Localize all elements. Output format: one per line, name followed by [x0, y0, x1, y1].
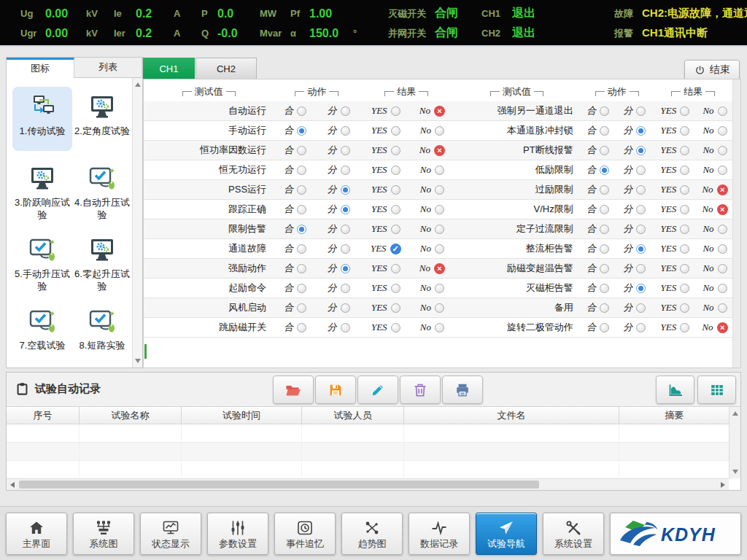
- action-close-option[interactable]: 合: [581, 203, 616, 216]
- action-close-option[interactable]: 合: [274, 144, 317, 157]
- radio-open[interactable]: [636, 264, 646, 273]
- result-no-option[interactable]: No: [697, 262, 733, 274]
- scroll-up-icon[interactable]: [135, 82, 141, 87]
- result-no-option[interactable]: No×: [411, 105, 453, 117]
- scroll-right-icon[interactable]: [721, 482, 725, 488]
- action-open-option[interactable]: 分: [616, 104, 654, 117]
- action-open-option[interactable]: 分: [317, 281, 360, 295]
- sidebar-item[interactable]: 2.定角度试验: [72, 87, 132, 151]
- scroll-down-icon[interactable]: [135, 359, 141, 363]
- radio-yes[interactable]: [680, 205, 689, 214]
- action-close-option[interactable]: 合: [274, 262, 317, 275]
- radio-open[interactable]: [341, 264, 350, 273]
- action-open-option[interactable]: 分: [616, 222, 654, 236]
- radio-no[interactable]: [718, 126, 727, 136]
- result-no-option[interactable]: No: [697, 105, 733, 117]
- result-no-option[interactable]: No: [411, 282, 453, 294]
- record-row[interactable]: [7, 424, 730, 443]
- result-yes-option[interactable]: YES: [360, 322, 411, 333]
- radio-no[interactable]: [718, 166, 727, 175]
- radio-close[interactable]: [600, 244, 609, 254]
- action-open-option[interactable]: 分: [317, 321, 360, 334]
- radio-open[interactable]: [341, 244, 350, 254]
- tab-ch2[interactable]: CH2: [196, 58, 257, 79]
- radio-open[interactable]: [341, 166, 350, 175]
- open-record-button[interactable]: [273, 376, 314, 404]
- result-no-option[interactable]: No: [411, 203, 453, 215]
- chart-view-button[interactable]: [656, 376, 694, 404]
- action-open-option[interactable]: 分: [317, 262, 360, 275]
- radio-close[interactable]: [600, 205, 609, 214]
- action-open-option[interactable]: 分: [317, 242, 360, 255]
- sidebar-item[interactable]: 4.自动升压试验: [72, 158, 132, 222]
- action-open-option[interactable]: 分: [616, 321, 654, 334]
- action-close-option[interactable]: 合: [274, 124, 317, 137]
- action-open-option[interactable]: 分: [616, 124, 654, 137]
- radio-yes[interactable]: [391, 205, 400, 214]
- radio-open[interactable]: [636, 146, 646, 155]
- action-open-option[interactable]: 分: [317, 144, 360, 157]
- action-open-option[interactable]: 分: [317, 203, 360, 216]
- result-yes-option[interactable]: YES: [360, 203, 411, 215]
- result-yes-option[interactable]: YES: [654, 203, 697, 215]
- records-column-header[interactable]: 序号: [7, 407, 80, 424]
- action-close-option[interactable]: 合: [581, 222, 616, 236]
- result-no-option[interactable]: No: [697, 125, 733, 136]
- radio-close[interactable]: [600, 106, 609, 116]
- action-close-option[interactable]: 合: [581, 242, 616, 255]
- radio-yes[interactable]: [680, 284, 689, 293]
- result-no-option[interactable]: No×: [411, 262, 453, 274]
- records-column-header[interactable]: 试验时间: [182, 407, 302, 424]
- sidebar-item[interactable]: 5.手动升压试验: [12, 230, 72, 294]
- radio-close[interactable]: [297, 146, 306, 155]
- result-no-option[interactable]: No: [411, 243, 453, 254]
- nav-button-6[interactable]: 趋势图: [341, 513, 403, 555]
- radio-open[interactable]: [636, 284, 646, 293]
- action-open-option[interactable]: 分: [616, 262, 654, 275]
- nav-button-5[interactable]: 事件追忆: [274, 513, 336, 555]
- no-cross-icon[interactable]: ×: [717, 322, 728, 333]
- tab-ch1[interactable]: CH1: [143, 58, 195, 79]
- sidebar-scrollbar[interactable]: [132, 78, 142, 368]
- radio-close[interactable]: [297, 126, 306, 136]
- radio-yes[interactable]: [680, 225, 689, 234]
- brand-logo-button[interactable]: KDYH: [610, 513, 741, 555]
- radio-yes[interactable]: [680, 126, 689, 136]
- result-no-option[interactable]: No: [697, 302, 733, 314]
- action-close-option[interactable]: 合: [274, 301, 317, 314]
- radio-close[interactable]: [297, 205, 306, 214]
- sidebar-item[interactable]: 3.阶跃响应试验: [12, 158, 72, 222]
- no-cross-icon[interactable]: ×: [434, 145, 445, 156]
- action-close-option[interactable]: 合: [581, 301, 616, 314]
- radio-close[interactable]: [600, 146, 609, 155]
- radio-yes[interactable]: [391, 323, 400, 332]
- radio-no[interactable]: [435, 284, 444, 293]
- result-yes-option[interactable]: YES: [654, 262, 697, 274]
- records-column-header[interactable]: 文件名: [404, 407, 619, 424]
- radio-yes[interactable]: [680, 323, 689, 332]
- radio-open[interactable]: [341, 106, 350, 116]
- action-close-option[interactable]: 合: [581, 144, 616, 157]
- panel-scroll-strip[interactable]: [732, 79, 740, 368]
- table-view-button[interactable]: [697, 376, 736, 404]
- radio-yes[interactable]: [391, 185, 400, 195]
- radio-no[interactable]: [718, 106, 727, 116]
- sidebar-item[interactable]: 1.传动试验: [12, 87, 72, 151]
- radio-open[interactable]: [341, 146, 350, 155]
- result-no-option[interactable]: No: [697, 282, 733, 294]
- action-close-option[interactable]: 合: [581, 124, 616, 137]
- action-open-option[interactable]: 分: [317, 124, 360, 137]
- hscroll-thumb[interactable]: [19, 481, 539, 489]
- radio-yes[interactable]: [680, 244, 689, 254]
- result-yes-option[interactable]: YES: [360, 105, 411, 117]
- sidebar-item[interactable]: 8.短路实验: [72, 301, 132, 365]
- radio-no[interactable]: [718, 303, 727, 313]
- radio-close[interactable]: [600, 264, 609, 273]
- action-open-option[interactable]: 分: [317, 163, 360, 176]
- radio-yes[interactable]: [391, 166, 400, 175]
- radio-yes[interactable]: [391, 146, 400, 155]
- result-yes-option[interactable]: YES: [360, 164, 411, 176]
- scroll-down-icon[interactable]: [732, 470, 738, 474]
- yes-check-icon[interactable]: ✓: [390, 244, 401, 254]
- action-open-option[interactable]: 分: [317, 222, 360, 236]
